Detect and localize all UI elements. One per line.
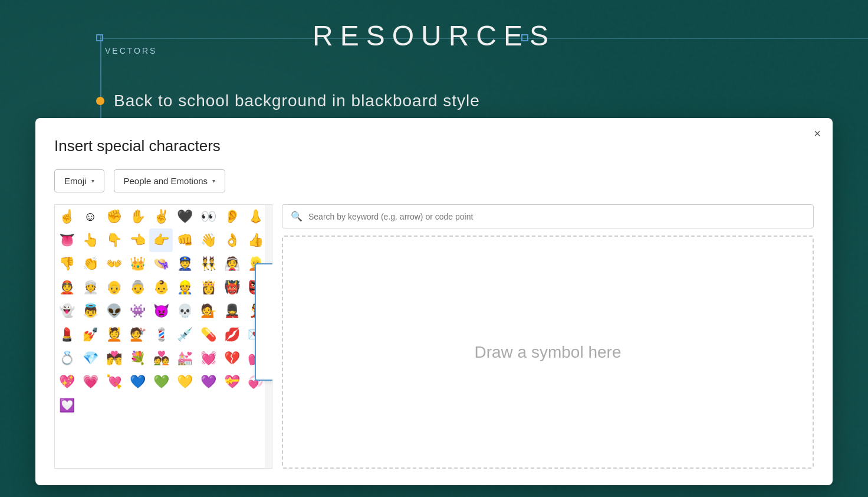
emoji-cell[interactable]: 💚 — [149, 370, 173, 394]
emoji-cell[interactable]: 💊 — [196, 323, 220, 346]
emoji-cell[interactable]: 💈 — [149, 323, 173, 346]
emoji-cell[interactable]: 👴 — [102, 276, 126, 299]
emoji-cell[interactable]: 👃 — [244, 205, 267, 228]
emoji-cell[interactable]: 👑 — [126, 252, 149, 276]
site-title: RESOURCES — [313, 19, 555, 52]
emoji-dropdown[interactable]: Emoji ▾ — [54, 169, 104, 192]
emoji-cell[interactable]: 💒 — [173, 346, 196, 370]
emoji-cell[interactable]: 💙 — [126, 370, 149, 394]
emoji-cell[interactable]: 👳 — [78, 276, 102, 299]
emoji-cell[interactable]: 👿 — [149, 299, 173, 323]
emoji-cell[interactable]: 💋 — [220, 323, 244, 346]
emoji-cell[interactable]: 👐 — [102, 252, 126, 276]
emoji-cell[interactable]: 💗 — [78, 370, 102, 394]
search-input[interactable] — [308, 212, 805, 221]
modal: × Insert special characters Emoji ▾ Peop… — [35, 118, 833, 485]
search-icon: 🔍 — [291, 211, 303, 222]
emoji-cell[interactable]: ✊ — [102, 205, 126, 228]
emoji-grid: ☝️☺️✊✋✌️🖤👀👂👃👅👆👇👈👉👊👋👌👍👎👏👐👑👒👮👯👰👱👲👳👴👵👶👷👸👹👺👻… — [55, 205, 265, 417]
emoji-cell[interactable]: 👶 — [149, 276, 173, 299]
emoji-cell[interactable]: 💆 — [102, 323, 126, 346]
vectors-label: VECTORS — [105, 46, 157, 55]
right-panel: 🔍 Draw a symbol here — [282, 204, 814, 469]
emoji-cell[interactable]: 👹 — [220, 276, 244, 299]
emoji-panel: ☝️☺️✊✋✌️🖤👀👂👃👅👆👇👈👉👊👋👌👍👎👏👐👑👒👮👯👰👱👲👳👴👵👶👷👸👹👺👻… — [54, 204, 272, 469]
emoji-cell[interactable]: ☝️ — [55, 205, 78, 228]
emoji-cell[interactable]: 👈 — [126, 228, 149, 252]
emoji-cell[interactable]: 💛 — [173, 370, 196, 394]
emoji-cell[interactable]: 💅 — [78, 323, 102, 346]
emoji-cell[interactable]: 👸 — [196, 276, 220, 299]
emoji-cell[interactable]: 👀 — [196, 205, 220, 228]
emoji-cell[interactable]: 💔 — [220, 346, 244, 370]
emoji-cell[interactable]: 👒 — [149, 252, 173, 276]
emoji-cell[interactable]: 👮 — [173, 252, 196, 276]
emoji-cell[interactable]: 💉 — [173, 323, 196, 346]
emoji-cell[interactable]: 👊 — [173, 228, 196, 252]
emoji-cell[interactable]: 💀 — [173, 299, 196, 323]
emoji-cell[interactable]: 👏 — [78, 252, 102, 276]
banner-dot — [96, 97, 104, 105]
emoji-cell[interactable]: ✌️ — [149, 205, 173, 228]
emoji-cell[interactable]: 👇 — [102, 228, 126, 252]
emoji-cell[interactable]: 👅 — [55, 228, 78, 252]
emoji-dropdown-arrow: ▾ — [91, 178, 94, 184]
emoji-cell[interactable]: 💇 — [126, 323, 149, 346]
search-box: 🔍 — [282, 204, 814, 228]
emoji-cell[interactable]: 💘 — [102, 370, 126, 394]
page-header: RESOURCES — [0, 0, 868, 71]
emoji-cell[interactable]: 👌 — [220, 228, 244, 252]
emoji-cell[interactable]: 💑 — [149, 346, 173, 370]
emoji-cell[interactable]: 👰 — [220, 252, 244, 276]
emoji-cell[interactable]: 💁 — [196, 299, 220, 323]
emoji-cell[interactable]: 💄 — [55, 323, 78, 346]
emoji-cell[interactable]: 👷 — [173, 276, 196, 299]
emoji-cell[interactable]: 👾 — [126, 299, 149, 323]
emoji-cell[interactable]: 👵 — [126, 276, 149, 299]
emoji-cell[interactable]: 👋 — [196, 228, 220, 252]
draw-area-label: Draw a symbol here — [475, 343, 622, 362]
emoji-cell[interactable]: ✋ — [126, 205, 149, 228]
emoji-cell[interactable]: 👲 — [55, 276, 78, 299]
category-dropdown-label: People and Emotions — [124, 176, 208, 186]
emoji-cell[interactable]: 👼 — [78, 299, 102, 323]
dropdown-row: Emoji ▾ People and Emotions ▾ — [54, 169, 814, 192]
category-dropdown[interactable]: People and Emotions ▾ — [114, 169, 226, 192]
site-title-text: RESOURCES — [313, 20, 555, 51]
category-dropdown-arrow: ▾ — [212, 178, 215, 184]
emoji-cell[interactable]: 💟 — [55, 394, 78, 417]
content-area: ☝️☺️✊✋✌️🖤👀👂👃👅👆👇👈👉👊👋👌👍👎👏👐👑👒👮👯👰👱👲👳👴👵👶👷👸👹👺👻… — [54, 204, 814, 469]
emoji-cell[interactable]: 💜 — [196, 370, 220, 394]
emoji-cell[interactable]: 🖤 — [173, 205, 196, 228]
emoji-cell[interactable]: 💐 — [126, 346, 149, 370]
banner-area: Back to school background in blackboard … — [96, 91, 480, 110]
emoji-cell[interactable]: ☺️ — [78, 205, 102, 228]
emoji-cell[interactable]: 💎 — [78, 346, 102, 370]
emoji-cell[interactable]: 👽 — [102, 299, 126, 323]
emoji-cell[interactable]: 👯 — [196, 252, 220, 276]
emoji-dropdown-label: Emoji — [64, 176, 87, 186]
emoji-cell[interactable]: 👉 — [149, 228, 173, 252]
emoji-cell[interactable]: 💝 — [220, 370, 244, 394]
emoji-cell[interactable]: 👆 — [78, 228, 102, 252]
emoji-cell[interactable]: 💓 — [196, 346, 220, 370]
modal-title: Insert special characters — [54, 137, 814, 155]
emoji-cell[interactable]: 💂 — [220, 299, 244, 323]
emoji-cell[interactable]: 👍 — [244, 228, 267, 252]
emoji-tooltip: 👉 WHITE RIGHT POINTING BACKHAND INDEX U+… — [255, 263, 272, 381]
banner-text: Back to school background in blackboard … — [114, 91, 480, 110]
emoji-cell[interactable]: 👻 — [55, 299, 78, 323]
emoji-grid-wrapper: ☝️☺️✊✋✌️🖤👀👂👃👅👆👇👈👉👊👋👌👍👎👏👐👑👒👮👯👰👱👲👳👴👵👶👷👸👹👺👻… — [54, 204, 272, 469]
draw-area[interactable]: Draw a symbol here — [282, 236, 814, 469]
emoji-cell[interactable]: 💍 — [55, 346, 78, 370]
emoji-cell[interactable]: 👎 — [55, 252, 78, 276]
emoji-cell[interactable]: 💏 — [102, 346, 126, 370]
emoji-cell[interactable]: 👂 — [220, 205, 244, 228]
close-button[interactable]: × — [814, 127, 821, 139]
emoji-cell[interactable]: 💖 — [55, 370, 78, 394]
